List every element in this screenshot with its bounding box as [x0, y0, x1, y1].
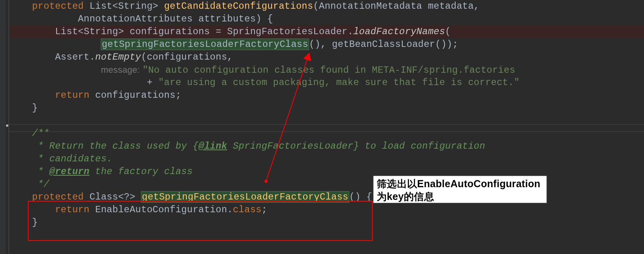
- keyword: class: [233, 204, 262, 215]
- indent: [9, 166, 38, 177]
- string-literal: "No auto configuration classes found in …: [143, 65, 515, 76]
- highlighted-method-decl: getSpringFactoriesLoaderFactoryClass: [141, 191, 349, 203]
- args: (configurations,: [141, 52, 233, 62]
- javadoc-tag: @link: [198, 141, 227, 151]
- variable: configurations;: [95, 90, 181, 101]
- brace: }: [32, 103, 38, 113]
- call-target: Assert.: [55, 52, 95, 62]
- indent: [9, 39, 101, 50]
- indent: [9, 14, 78, 24]
- indent: [9, 204, 55, 215]
- callout-line2: 为key的信息: [377, 190, 543, 203]
- code-line[interactable]: message: "No auto configuration classes …: [9, 64, 644, 76]
- indent: [9, 153, 38, 164]
- code-editor[interactable]: protected List<String> getCandidateConfi…: [9, 0, 644, 254]
- dot: .: [227, 204, 233, 215]
- code-line[interactable]: */: [9, 178, 644, 191]
- indent: [9, 65, 101, 76]
- static-method: notEmpty: [95, 52, 141, 62]
- javadoc-open: /**: [32, 128, 49, 139]
- javadoc-text: SpringFactoriesLoader} to load configura…: [227, 141, 485, 151]
- code-line[interactable]: protected List<String> getCandidateConfi…: [9, 0, 644, 13]
- fold-region: [9, 114, 644, 127]
- javadoc-star: *: [38, 166, 49, 177]
- callout-line1: 筛选出以EnableAutoConfiguration: [377, 177, 543, 190]
- type: List<String>: [55, 26, 129, 37]
- keyword: return: [55, 204, 95, 215]
- code-line[interactable]: + "are using a custom packaging, make su…: [9, 76, 644, 89]
- variable-assignment: configurations = SpringFactoriesLoader.: [129, 26, 353, 37]
- gutter: [0, 0, 6, 254]
- javadoc-tag: @return: [49, 166, 90, 177]
- semicolon: ;: [262, 204, 267, 215]
- indent: [9, 26, 55, 37]
- class-ref: EnableAutoConfiguration: [95, 204, 227, 215]
- indent: [9, 103, 32, 113]
- code-line[interactable]: return configurations;: [9, 89, 644, 102]
- method-separator: [8, 131, 644, 132]
- indent: [9, 217, 32, 228]
- static-method: loadFactoryNames: [353, 26, 445, 37]
- code-line-breakpoint[interactable]: List<String> configurations = SpringFact…: [9, 25, 644, 38]
- indent: [9, 179, 38, 190]
- params-continued: AnnotationAttributes attributes) {: [78, 14, 273, 24]
- inlay-hint: message:: [101, 65, 142, 75]
- code-line[interactable]: }: [9, 216, 644, 229]
- code-line[interactable]: getSpringFactoriesLoaderFactoryClass(), …: [9, 38, 644, 51]
- keyword: return: [55, 90, 95, 101]
- code-line[interactable]: * Return the class used by {@link Spring…: [9, 140, 644, 153]
- type: Class<?>: [90, 192, 141, 202]
- code-line[interactable]: Assert.notEmpty(configurations,: [9, 51, 644, 64]
- indent: [9, 52, 55, 62]
- brace: }: [32, 217, 38, 228]
- code-line[interactable]: protected Class<?> getSpringFactoriesLoa…: [9, 191, 644, 204]
- keyword: protected: [32, 192, 90, 202]
- rest: (), getBeanClassLoader());: [309, 39, 458, 50]
- indent: [9, 192, 32, 202]
- rest: () {: [349, 192, 372, 202]
- method-separator: [8, 124, 644, 125]
- indent: [9, 90, 55, 101]
- type: List<String>: [90, 1, 164, 12]
- indent: [9, 128, 32, 139]
- code-line[interactable]: }: [9, 102, 644, 114]
- keyword: protected: [32, 1, 90, 12]
- code-line[interactable]: AnnotationAttributes attributes) {: [9, 13, 644, 25]
- javadoc-text: * Return the class used by {: [38, 141, 198, 151]
- code-line[interactable]: * candidates.: [9, 153, 644, 165]
- javadoc-close: */: [38, 179, 49, 190]
- code-line[interactable]: return EnableAutoConfiguration.class;: [9, 204, 644, 216]
- method-name: getCandidateConfigurations: [164, 1, 313, 12]
- javadoc-text: * candidates.: [38, 153, 112, 164]
- javadoc-text: the factory class: [90, 166, 193, 177]
- plus: +: [147, 77, 159, 88]
- highlighted-call: getSpringFactoriesLoaderFactoryClass: [101, 39, 309, 50]
- indent: [9, 77, 147, 88]
- code-line[interactable]: * @return the factory class: [9, 165, 644, 178]
- paren: (: [445, 26, 451, 37]
- code-line[interactable]: /**: [9, 127, 644, 140]
- params: (AnnotationMetadata metadata,: [313, 1, 480, 12]
- indent: [9, 141, 38, 151]
- annotation-callout: 筛选出以EnableAutoConfiguration 为key的信息: [373, 176, 547, 203]
- string-literal: "are using a custom packaging, make sure…: [158, 77, 519, 88]
